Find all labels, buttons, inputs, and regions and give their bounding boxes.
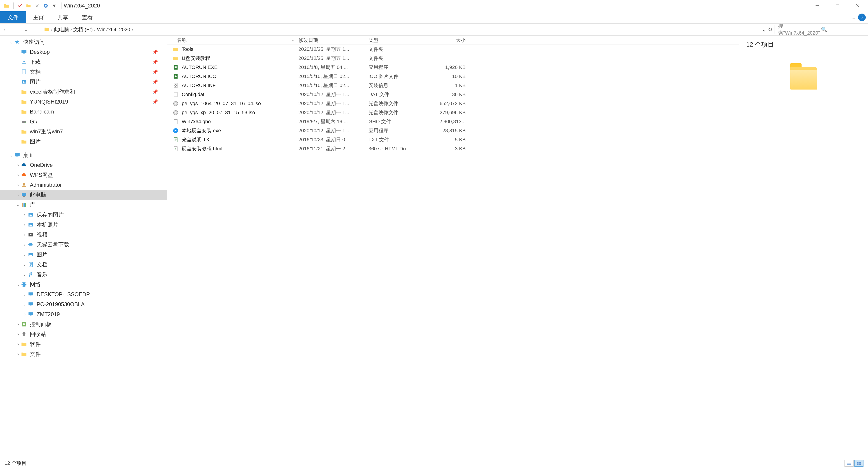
chevron-icon[interactable]: › bbox=[23, 213, 27, 217]
chevron-icon[interactable]: › bbox=[16, 342, 20, 347]
folder-small-icon[interactable] bbox=[24, 2, 33, 10]
back-button[interactable]: ← bbox=[0, 24, 11, 36]
chevron-right-icon[interactable]: › bbox=[51, 27, 53, 33]
tab-file[interactable]: 文件 bbox=[0, 11, 26, 23]
tree-item[interactable]: ›天翼云盘下载 bbox=[0, 240, 167, 250]
tree-item[interactable]: ›图片 bbox=[0, 250, 167, 259]
tree-item[interactable]: ⌄网络 bbox=[0, 279, 167, 289]
file-row[interactable]: Win7x64.gho2019/9/7, 星期六 19:...GHO 文件2,9… bbox=[167, 117, 739, 126]
tree-item[interactable]: ›保存的图片 bbox=[0, 210, 167, 220]
addressbar[interactable]: › 此电脑› 文档 (E:)› Win7x64_2020› ⌄ ↻ bbox=[42, 25, 774, 34]
file-row[interactable]: 本地硬盘安装.exe2020/10/12, 星期一 1...应用程序28,315… bbox=[167, 126, 739, 135]
tree-item[interactable]: ›文件 bbox=[0, 349, 167, 359]
tree-item[interactable]: ›本机照片 bbox=[0, 220, 167, 230]
history-dropdown-icon[interactable]: ⌄ bbox=[762, 27, 767, 33]
file-row[interactable]: U盘安装教程2020/12/25, 星期五 1...文件夹 bbox=[167, 54, 739, 63]
tree-item[interactable]: ›控制面板 bbox=[0, 319, 167, 329]
column-type[interactable]: 类型 bbox=[368, 37, 430, 44]
dropdown-icon[interactable]: ▾ bbox=[50, 2, 58, 10]
search-input[interactable]: 搜索"Win7x64_2020" 🔍 bbox=[776, 25, 866, 34]
chevron-icon[interactable]: › bbox=[23, 242, 27, 247]
tree-item[interactable]: ⌄库 bbox=[0, 200, 167, 210]
file-row[interactable]: 光盘说明.TXT2016/10/23, 星期日 0...TXT 文件5 KB bbox=[167, 135, 739, 144]
chevron-icon[interactable]: › bbox=[16, 322, 20, 327]
chevron-icon[interactable]: › bbox=[23, 262, 27, 267]
column-name[interactable]: 名称▴ bbox=[167, 37, 298, 44]
file-row[interactable]: Config.dat2020/10/12, 星期一 1...DAT 文件36 K… bbox=[167, 90, 739, 99]
tree-item[interactable]: G:\ bbox=[0, 117, 167, 127]
tree-item[interactable]: excel表格制作求和📌 bbox=[0, 87, 167, 97]
help-icon[interactable]: ? bbox=[858, 13, 866, 21]
column-date[interactable]: 修改日期 bbox=[298, 37, 368, 44]
tree-item[interactable]: ›此电脑 bbox=[0, 190, 167, 200]
file-rows: Tools2020/12/25, 星期五 1...文件夹U盘安装教程2020/1… bbox=[167, 45, 739, 458]
up-button[interactable]: ↑ bbox=[29, 24, 41, 36]
breadcrumb-item[interactable]: 文档 (E:)› bbox=[73, 26, 96, 33]
column-size[interactable]: 大小 bbox=[430, 37, 470, 44]
refresh-icon[interactable]: ↻ bbox=[768, 27, 772, 33]
tree-item[interactable]: ›DESKTOP-LSSOEDP bbox=[0, 289, 167, 299]
tree-item[interactable]: win7重装win7 bbox=[0, 127, 167, 136]
file-row[interactable]: pe_yqs_1064_20_07_31_16_04.iso2020/10/12… bbox=[167, 99, 739, 108]
tree-item[interactable]: 图片 bbox=[0, 136, 167, 147]
file-row[interactable]: AUTORUN.EXE2016/1/8, 星期五 04:...应用程序1,926… bbox=[167, 63, 739, 72]
recent-dropdown[interactable]: ⌄ bbox=[23, 24, 29, 36]
file-row[interactable]: AUTORUN.ICO2015/5/10, 星期日 02...ICO 图片文件1… bbox=[167, 72, 739, 81]
tree-item[interactable]: Desktop📌 bbox=[0, 47, 167, 57]
maximize-button[interactable] bbox=[827, 0, 848, 11]
tree-item[interactable]: ›ZMT2019 bbox=[0, 309, 167, 319]
file-row[interactable]: pe_yqs_xp_20_07_31_15_53.iso2020/10/12, … bbox=[167, 108, 739, 117]
tab-share[interactable]: 共享 bbox=[51, 11, 75, 23]
tree-item[interactable]: ›文档 bbox=[0, 259, 167, 270]
chevron-icon[interactable]: › bbox=[23, 222, 27, 227]
chevron-icon[interactable]: ⌄ bbox=[16, 282, 20, 287]
chevron-icon[interactable]: › bbox=[23, 232, 27, 237]
tree-item[interactable]: ›WPS网盘 bbox=[0, 170, 167, 180]
search-icon[interactable]: 🔍 bbox=[821, 27, 864, 33]
checkmark-icon[interactable] bbox=[16, 2, 24, 10]
chevron-icon[interactable]: › bbox=[16, 173, 20, 178]
chevron-icon[interactable]: › bbox=[16, 352, 20, 356]
tree-item[interactable]: 图片📌 bbox=[0, 77, 167, 87]
chevron-icon[interactable]: › bbox=[23, 272, 27, 277]
chevron-icon[interactable]: › bbox=[16, 163, 20, 167]
file-row[interactable]: e硬盘安装教程.html2016/11/21, 星期一 2...360 se H… bbox=[167, 144, 739, 153]
forward-button[interactable]: → bbox=[11, 24, 23, 36]
tree-item[interactable]: ›OneDrive bbox=[0, 160, 167, 170]
tree-item[interactable]: ›Administrator bbox=[0, 180, 167, 190]
tree-item[interactable]: 下载📌 bbox=[0, 57, 167, 67]
navigation-tree[interactable]: ⌄快速访问Desktop📌下载📌文档📌图片📌excel表格制作求和📌YUNQIS… bbox=[0, 36, 167, 458]
tree-item[interactable]: ⌄快速访问 bbox=[0, 37, 167, 47]
view-icons-button[interactable] bbox=[855, 460, 864, 467]
chevron-icon[interactable]: › bbox=[23, 302, 27, 307]
close-button[interactable] bbox=[848, 0, 868, 11]
chevron-icon[interactable]: › bbox=[16, 193, 20, 197]
close-x-icon[interactable] bbox=[33, 2, 41, 10]
expand-ribbon-icon[interactable]: ⌄ bbox=[851, 14, 856, 21]
file-row[interactable]: AUTORUN.INF2015/5/10, 星期日 02...安装信息1 KB bbox=[167, 81, 739, 90]
chevron-icon[interactable]: › bbox=[23, 292, 27, 297]
tree-item[interactable]: ›视频 bbox=[0, 230, 167, 240]
chevron-icon[interactable]: ⌄ bbox=[9, 153, 13, 158]
breadcrumb-item[interactable]: 此电脑› bbox=[54, 26, 72, 33]
tree-item[interactable]: ›回收站 bbox=[0, 329, 167, 339]
tree-item[interactable]: ›PC-20190530OBLA bbox=[0, 299, 167, 309]
chevron-icon[interactable]: › bbox=[23, 312, 27, 317]
tab-home[interactable]: 主页 bbox=[26, 11, 51, 23]
minimize-button[interactable] bbox=[807, 0, 827, 11]
chevron-icon[interactable]: › bbox=[23, 252, 27, 257]
tree-item[interactable]: ⌄桌面 bbox=[0, 150, 167, 160]
tree-item[interactable]: 文档📌 bbox=[0, 67, 167, 77]
chevron-icon[interactable]: ⌄ bbox=[16, 202, 20, 207]
tab-view[interactable]: 查看 bbox=[75, 11, 99, 23]
chevron-icon[interactable]: › bbox=[16, 332, 20, 337]
tree-item[interactable]: YUNQISHI2019📌 bbox=[0, 97, 167, 107]
tree-item[interactable]: Bandicam bbox=[0, 107, 167, 117]
file-row[interactable]: Tools2020/12/25, 星期五 1...文件夹 bbox=[167, 45, 739, 54]
tree-item[interactable]: ›软件 bbox=[0, 339, 167, 349]
breadcrumb-item[interactable]: Win7x64_2020› bbox=[97, 27, 133, 33]
tree-item[interactable]: ›音乐 bbox=[0, 270, 167, 279]
chevron-icon[interactable]: ⌄ bbox=[9, 39, 13, 44]
view-details-button[interactable] bbox=[844, 460, 854, 467]
chevron-icon[interactable]: › bbox=[16, 183, 20, 187]
